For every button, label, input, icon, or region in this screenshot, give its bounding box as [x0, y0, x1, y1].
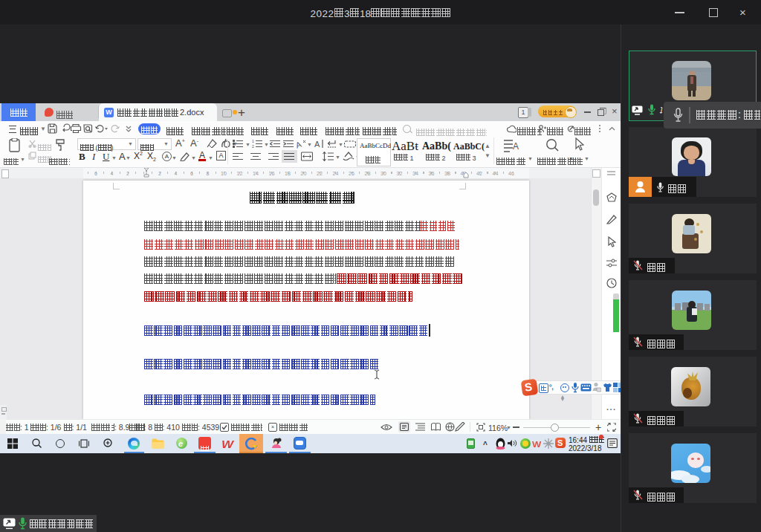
svg-text:2: 2	[252, 144, 254, 148]
svg-text:A: A	[513, 141, 519, 152]
svg-text:1: 1	[252, 140, 254, 143]
svg-text:A: A	[296, 140, 303, 149]
svg-text:A: A	[314, 140, 320, 149]
